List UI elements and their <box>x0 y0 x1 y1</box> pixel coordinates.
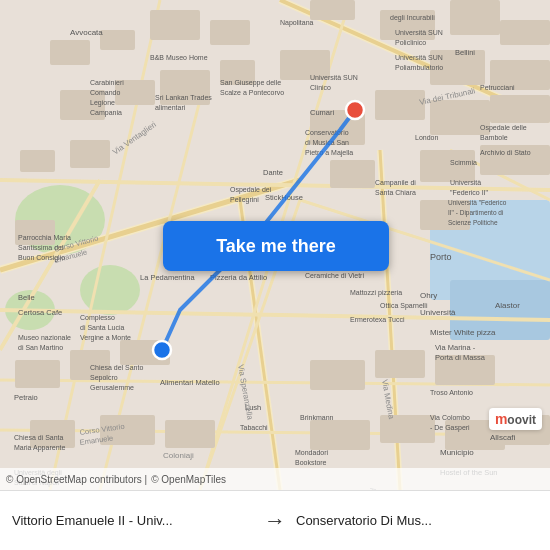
svg-text:Porto: Porto <box>430 252 452 262</box>
svg-text:Certosa Cafe: Certosa Cafe <box>18 308 62 317</box>
svg-text:Cumari: Cumari <box>310 108 335 117</box>
svg-point-157 <box>153 341 171 359</box>
svg-text:Poliambulatorio: Poliambulatorio <box>395 64 443 71</box>
svg-rect-43 <box>375 90 425 120</box>
svg-text:Sepolcro: Sepolcro <box>90 374 118 382</box>
svg-text:Museo nazionale: Museo nazionale <box>18 334 71 341</box>
svg-text:Petraio: Petraio <box>14 393 38 402</box>
svg-text:Municipio: Municipio <box>440 448 474 457</box>
map-attribution: © OpenStreetMap contributors | © OpenMap… <box>0 468 550 490</box>
svg-text:Pizzeria da Attilio: Pizzeria da Attilio <box>210 273 267 282</box>
svg-text:London: London <box>415 134 438 141</box>
svg-text:Scimmia: Scimmia <box>450 159 477 166</box>
svg-text:Bellini: Bellini <box>455 48 475 57</box>
svg-text:Università SUN: Università SUN <box>395 29 443 36</box>
route-to-name: Conservatorio Di Mus... <box>296 513 538 528</box>
svg-text:Alimentari Matello: Alimentari Matello <box>160 378 220 387</box>
moovit-text: moovit <box>495 412 536 427</box>
svg-text:Buon Consiglio: Buon Consiglio <box>18 254 65 262</box>
svg-text:Archivio di Stato: Archivio di Stato <box>480 149 531 156</box>
svg-text:Complesso: Complesso <box>80 314 115 322</box>
svg-text:San Giuseppe delle: San Giuseppe delle <box>220 79 281 87</box>
svg-text:Via Colombo: Via Colombo <box>430 414 470 421</box>
svg-rect-55 <box>375 350 425 378</box>
svg-text:Via Marina -: Via Marina - <box>435 343 476 352</box>
svg-rect-51 <box>15 360 60 388</box>
svg-text:Campania: Campania <box>90 109 122 117</box>
svg-text:Allscafi: Allscafi <box>490 433 516 442</box>
svg-text:Università SUN: Università SUN <box>395 54 443 61</box>
svg-text:Brinkmann: Brinkmann <box>300 414 334 421</box>
svg-text:Università: Università <box>450 179 481 186</box>
attribution-openmaptiles: © OpenMapTiles <box>151 474 226 485</box>
svg-text:Mister White pizza: Mister White pizza <box>430 328 496 337</box>
svg-text:Legione: Legione <box>90 99 115 107</box>
svg-rect-31 <box>450 0 500 35</box>
svg-text:Pellegrini: Pellegrini <box>230 196 259 204</box>
svg-rect-29 <box>310 0 355 20</box>
svg-text:Università SUN: Università SUN <box>310 74 358 81</box>
svg-text:Clinico: Clinico <box>310 84 331 91</box>
svg-text:"Federico II": "Federico II" <box>450 189 489 196</box>
svg-text:Chiesa del Santo: Chiesa del Santo <box>90 364 143 371</box>
svg-text:Università: Università <box>420 308 456 317</box>
svg-text:- De Gasperi: - De Gasperi <box>430 424 470 432</box>
svg-text:Carabinieri: Carabinieri <box>90 79 124 86</box>
svg-text:Ceramiche di Vietri: Ceramiche di Vietri <box>305 272 364 279</box>
svg-text:Campanile di: Campanile di <box>375 179 416 187</box>
svg-text:Troso Antonio: Troso Antonio <box>430 389 473 396</box>
svg-text:Petrucciani: Petrucciani <box>480 84 515 91</box>
svg-rect-41 <box>70 140 110 168</box>
svg-text:Napolitana: Napolitana <box>280 19 314 27</box>
svg-text:Alastor: Alastor <box>495 301 520 310</box>
svg-text:II" - Dipartimento di: II" - Dipartimento di <box>448 209 503 217</box>
svg-text:Sri Lankan Trades: Sri Lankan Trades <box>155 94 212 101</box>
svg-rect-26 <box>100 30 135 50</box>
svg-text:Parrocchia Maria: Parrocchia Maria <box>18 234 71 241</box>
attribution-osm: © OpenStreetMap contributors | <box>6 474 147 485</box>
take-me-there-button[interactable]: Take me there <box>163 221 389 271</box>
svg-rect-47 <box>420 150 475 182</box>
svg-text:Porta di Massa: Porta di Massa <box>435 353 486 362</box>
svg-text:di San Martino: di San Martino <box>18 344 63 351</box>
svg-rect-60 <box>310 420 370 450</box>
svg-text:Maria Apparente: Maria Apparente <box>14 444 65 452</box>
svg-text:Bookstore: Bookstore <box>295 459 327 466</box>
svg-rect-59 <box>165 420 215 448</box>
svg-rect-54 <box>310 360 365 390</box>
svg-text:Scalze a Pontecorvo: Scalze a Pontecorvo <box>220 89 284 96</box>
svg-text:Comando: Comando <box>90 89 120 96</box>
svg-text:Chiesa di Santa: Chiesa di Santa <box>14 434 64 441</box>
svg-text:di Santa Lucia: di Santa Lucia <box>80 324 124 331</box>
svg-text:Avvocata: Avvocata <box>70 28 103 37</box>
svg-text:Gerusalemme: Gerusalemme <box>90 384 134 391</box>
svg-text:B&B Museo Home: B&B Museo Home <box>150 54 208 61</box>
route-to: Conservatorio Di Mus... <box>296 513 538 528</box>
svg-text:alimentari: alimentari <box>155 104 186 111</box>
svg-text:Ermerotexa Tucci: Ermerotexa Tucci <box>350 316 405 323</box>
svg-text:Mattozzi pizzeria: Mattozzi pizzeria <box>350 289 402 297</box>
svg-text:Ospedale delle: Ospedale delle <box>480 124 527 132</box>
svg-text:Coloniaji: Coloniaji <box>163 451 194 460</box>
svg-point-158 <box>346 101 364 119</box>
svg-rect-46 <box>330 160 375 188</box>
moovit-logo: moovit <box>489 408 542 430</box>
svg-text:La Pedamentina: La Pedamentina <box>140 273 195 282</box>
svg-text:Santissima del: Santissima del <box>18 244 64 251</box>
svg-rect-32 <box>500 20 550 45</box>
map-container: Avvocata B&B Museo Home Napolitana degli… <box>0 0 550 490</box>
svg-text:Ohry: Ohry <box>420 291 437 300</box>
svg-text:Bambole: Bambole <box>480 134 508 141</box>
route-arrow-icon: → <box>254 508 296 534</box>
svg-rect-45 <box>490 95 550 123</box>
svg-text:degli Incurabili: degli Incurabili <box>390 14 435 22</box>
route-from: Vittorio Emanuele II - Univ... <box>12 513 254 528</box>
svg-rect-25 <box>50 40 90 65</box>
svg-text:Dante: Dante <box>263 168 283 177</box>
svg-text:Pietro a Majella: Pietro a Majella <box>305 149 353 157</box>
svg-text:Scienze Politiche: Scienze Politiche <box>448 219 498 226</box>
svg-text:Mondadori: Mondadori <box>295 449 329 456</box>
svg-rect-40 <box>20 150 55 172</box>
svg-text:Tabacchi: Tabacchi <box>240 424 268 431</box>
svg-rect-28 <box>210 20 250 45</box>
